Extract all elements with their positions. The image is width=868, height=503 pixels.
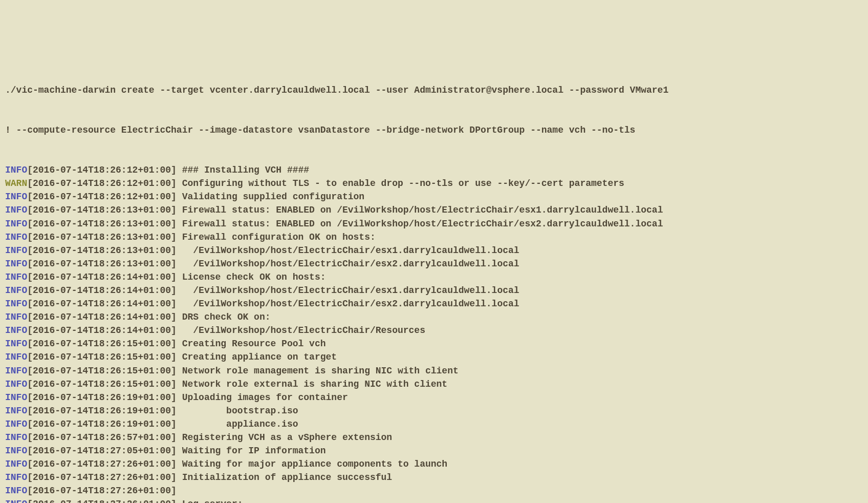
log-message: /EvilWorkshop/host/ElectricChair/esx1.da… bbox=[177, 245, 519, 256]
log-level: INFO bbox=[5, 472, 27, 483]
log-line: INFO[2016-07-14T18:26:14+01:00] /EvilWor… bbox=[5, 324, 863, 337]
log-line: INFO[2016-07-14T18:26:19+01:00] bootstra… bbox=[5, 404, 863, 417]
log-line: INFO[2016-07-14T18:26:19+01:00] Uploadin… bbox=[5, 391, 863, 404]
log-timestamp: [2016-07-14T18:26:13+01:00] bbox=[27, 205, 177, 215]
log-timestamp: [2016-07-14T18:26:15+01:00] bbox=[27, 366, 177, 376]
log-message: Firewall status: ENABLED on /EvilWorksho… bbox=[177, 205, 663, 215]
log-message: /EvilWorkshop/host/ElectricChair/esx2.da… bbox=[177, 259, 519, 269]
log-level: INFO bbox=[5, 192, 27, 202]
terminal-output: ./vic-machine-darwin create --target vce… bbox=[5, 56, 863, 503]
log-timestamp: [2016-07-14T18:26:13+01:00] bbox=[27, 259, 177, 269]
log-message: Firewall status: ENABLED on /EvilWorksho… bbox=[177, 219, 663, 229]
log-timestamp: [2016-07-14T18:27:05+01:00] bbox=[27, 446, 177, 456]
log-line: INFO[2016-07-14T18:27:26+01:00] Initiali… bbox=[5, 471, 863, 484]
log-level: INFO bbox=[5, 499, 27, 503]
log-line: INFO[2016-07-14T18:26:13+01:00] Firewall… bbox=[5, 203, 863, 217]
log-timestamp: [2016-07-14T18:26:19+01:00] bbox=[27, 419, 177, 429]
log-line: WARN[2016-07-14T18:26:12+01:00] Configur… bbox=[5, 177, 863, 190]
log-message: appliance.iso bbox=[177, 419, 298, 429]
log-line: INFO[2016-07-14T18:26:14+01:00] License … bbox=[5, 270, 863, 284]
log-line: INFO[2016-07-14T18:26:13+01:00] /EvilWor… bbox=[5, 257, 863, 270]
log-message: /EvilWorkshop/host/ElectricChair/esx2.da… bbox=[177, 299, 519, 309]
log-timestamp: [2016-07-14T18:26:13+01:00] bbox=[27, 245, 177, 256]
log-line: INFO[2016-07-14T18:27:26+01:00] bbox=[5, 484, 863, 497]
log-level: INFO bbox=[5, 165, 27, 175]
log-line: INFO[2016-07-14T18:26:12+01:00] ### Inst… bbox=[5, 163, 863, 177]
log-level: INFO bbox=[5, 366, 27, 376]
log-level: INFO bbox=[5, 205, 27, 215]
log-message: DRS check OK on: bbox=[177, 312, 271, 322]
log-line: INFO[2016-07-14T18:26:14+01:00] /EvilWor… bbox=[5, 284, 863, 297]
log-level: INFO bbox=[5, 219, 27, 229]
log-line: INFO[2016-07-14T18:26:12+01:00] Validati… bbox=[5, 190, 863, 203]
log-line: INFO[2016-07-14T18:26:57+01:00] Register… bbox=[5, 431, 863, 444]
log-message: ### Installing VCH #### bbox=[177, 165, 309, 175]
log-message: Configuring without TLS - to enable drop… bbox=[177, 178, 624, 188]
log-line: INFO[2016-07-14T18:26:14+01:00] /EvilWor… bbox=[5, 297, 863, 310]
log-message: Initialization of appliance successful bbox=[177, 472, 392, 483]
log-timestamp: [2016-07-14T18:26:14+01:00] bbox=[27, 272, 177, 282]
log-timestamp: [2016-07-14T18:26:13+01:00] bbox=[27, 219, 177, 229]
log-level: INFO bbox=[5, 232, 27, 242]
log-timestamp: [2016-07-14T18:27:26+01:00] bbox=[27, 472, 177, 483]
log-message: Firewall configuration OK on hosts: bbox=[177, 232, 376, 242]
log-level: INFO bbox=[5, 379, 27, 389]
log-line: INFO[2016-07-14T18:27:26+01:00] Waiting … bbox=[5, 457, 863, 471]
log-message: Log server: bbox=[177, 499, 243, 503]
log-level: INFO bbox=[5, 352, 27, 362]
log-level: INFO bbox=[5, 446, 27, 456]
log-timestamp: [2016-07-14T18:26:12+01:00] bbox=[27, 165, 177, 175]
log-timestamp: [2016-07-14T18:26:12+01:00] bbox=[27, 178, 177, 188]
log-lines: INFO[2016-07-14T18:26:12+01:00] ### Inst… bbox=[5, 163, 863, 503]
log-timestamp: [2016-07-14T18:26:15+01:00] bbox=[27, 339, 177, 349]
log-level: INFO bbox=[5, 285, 27, 296]
log-line: INFO[2016-07-14T18:27:05+01:00] Waiting … bbox=[5, 444, 863, 457]
log-line: INFO[2016-07-14T18:26:19+01:00] applianc… bbox=[5, 417, 863, 431]
log-message: Waiting for major appliance components t… bbox=[177, 459, 447, 469]
log-line: INFO[2016-07-14T18:26:15+01:00] Creating… bbox=[5, 337, 863, 350]
log-level: INFO bbox=[5, 325, 27, 336]
log-level: INFO bbox=[5, 392, 27, 403]
log-line: INFO[2016-07-14T18:27:26+01:00] Log serv… bbox=[5, 497, 863, 503]
log-level: INFO bbox=[5, 432, 27, 443]
log-line: INFO[2016-07-14T18:26:13+01:00] /EvilWor… bbox=[5, 244, 863, 257]
log-message: bootstrap.iso bbox=[177, 406, 298, 416]
log-level: INFO bbox=[5, 459, 27, 469]
log-timestamp: [2016-07-14T18:26:14+01:00] bbox=[27, 285, 177, 296]
log-line: INFO[2016-07-14T18:26:13+01:00] Firewall… bbox=[5, 230, 863, 244]
log-line: INFO[2016-07-14T18:26:13+01:00] Firewall… bbox=[5, 217, 863, 230]
log-timestamp: [2016-07-14T18:26:14+01:00] bbox=[27, 299, 177, 309]
log-line: INFO[2016-07-14T18:26:15+01:00] Creating… bbox=[5, 350, 863, 364]
log-timestamp: [2016-07-14T18:26:14+01:00] bbox=[27, 325, 177, 336]
log-level: INFO bbox=[5, 259, 27, 269]
log-level: INFO bbox=[5, 245, 27, 256]
log-message: /EvilWorkshop/host/ElectricChair/esx1.da… bbox=[177, 285, 519, 296]
log-timestamp: [2016-07-14T18:26:19+01:00] bbox=[27, 406, 177, 416]
log-message: Waiting for IP information bbox=[177, 446, 326, 456]
log-message: Creating Resource Pool vch bbox=[177, 339, 326, 349]
log-message: Registering VCH as a vSphere extension bbox=[177, 432, 392, 443]
log-timestamp: [2016-07-14T18:27:26+01:00] bbox=[27, 459, 177, 469]
log-message: Uploading images for container bbox=[177, 392, 348, 403]
command-line-1: ./vic-machine-darwin create --target vce… bbox=[5, 83, 863, 97]
log-message: Network role management is sharing NIC w… bbox=[177, 366, 459, 376]
log-timestamp: [2016-07-14T18:26:15+01:00] bbox=[27, 379, 177, 389]
log-line: INFO[2016-07-14T18:26:15+01:00] Network … bbox=[5, 378, 863, 391]
command-line-2: ! --compute-resource ElectricChair --ima… bbox=[5, 123, 863, 137]
log-timestamp: [2016-07-14T18:26:14+01:00] bbox=[27, 312, 177, 322]
log-level: INFO bbox=[5, 406, 27, 416]
log-message: Creating appliance on target bbox=[177, 352, 337, 362]
log-line: INFO[2016-07-14T18:26:15+01:00] Network … bbox=[5, 364, 863, 378]
log-message: /EvilWorkshop/host/ElectricChair/Resourc… bbox=[177, 325, 425, 336]
log-timestamp: [2016-07-14T18:26:12+01:00] bbox=[27, 192, 177, 202]
log-message: Network role external is sharing NIC wit… bbox=[177, 379, 447, 389]
log-level: INFO bbox=[5, 486, 27, 496]
log-level: INFO bbox=[5, 339, 27, 349]
log-level: INFO bbox=[5, 312, 27, 322]
log-line: INFO[2016-07-14T18:26:14+01:00] DRS chec… bbox=[5, 310, 863, 324]
log-message: Validating supplied configuration bbox=[177, 192, 364, 202]
log-level: WARN bbox=[5, 178, 27, 188]
log-timestamp: [2016-07-14T18:27:26+01:00] bbox=[27, 486, 177, 496]
log-level: INFO bbox=[5, 419, 27, 429]
log-timestamp: [2016-07-14T18:26:15+01:00] bbox=[27, 352, 177, 362]
